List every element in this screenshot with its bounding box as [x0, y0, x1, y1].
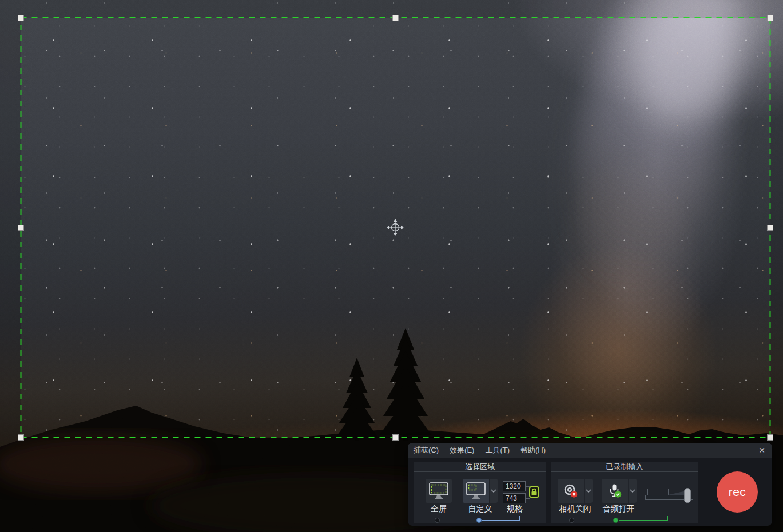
volume-slider-knob[interactable]: [684, 488, 691, 503]
chevron-down-icon: [491, 489, 496, 493]
fullscreen-label: 全屏: [426, 504, 452, 514]
menu-bar: 捕获(C) 效果(E) 工具(T) 帮助(H): [408, 445, 546, 455]
minimize-icon[interactable]: —: [740, 445, 752, 456]
camera-status-label: 相机关闭: [554, 504, 597, 514]
selection-handle-sw[interactable]: [18, 434, 24, 441]
audio-status-label: 音频打开: [597, 504, 640, 514]
selection-handle-s[interactable]: [392, 434, 399, 441]
record-button[interactable]: rec: [717, 471, 758, 513]
selection-handle-ne[interactable]: [767, 15, 773, 21]
recorded-inputs-panel: 已录制输入: [551, 462, 698, 523]
link-line-bottom: [526, 498, 530, 499]
chevron-down-icon: [586, 489, 591, 493]
audio-group: [602, 479, 637, 503]
custom-region-label: 自定义: [463, 504, 498, 514]
window-controls: — ✕: [740, 443, 768, 458]
menu-help[interactable]: 帮助(H): [520, 445, 546, 455]
screen: 捕获(C) 效果(E) 工具(T) 帮助(H) — ✕ 选择区域: [0, 0, 783, 532]
step-marker-audio-active[interactable]: [613, 518, 618, 523]
step-marker-custom-active[interactable]: [476, 518, 482, 523]
camera-group: [558, 479, 593, 503]
menu-effects[interactable]: 效果(E): [450, 445, 474, 455]
custom-region-monitor-icon: [466, 482, 486, 499]
selection-handle-nw[interactable]: [18, 15, 24, 21]
move-crosshair-icon[interactable]: [386, 218, 404, 237]
select-region-title: 选择区域: [414, 462, 546, 472]
step-marker-fullscreen[interactable]: [435, 518, 440, 523]
step-connector-green: [619, 520, 667, 521]
recorder-toolbar-window: 捕获(C) 效果(E) 工具(T) 帮助(H) — ✕ 选择区域: [408, 443, 772, 526]
selection-handle-e[interactable]: [767, 225, 773, 231]
menu-capture[interactable]: 捕获(C): [414, 445, 439, 455]
camera-button[interactable]: [558, 479, 584, 503]
selection-handle-se[interactable]: [767, 434, 773, 441]
spec-label: 规格: [500, 504, 530, 514]
lock-icon: [531, 488, 538, 496]
selection-handle-w[interactable]: [18, 225, 24, 231]
step-marker-camera[interactable]: [569, 518, 574, 523]
width-input[interactable]: [503, 481, 526, 491]
height-input[interactable]: [503, 493, 526, 503]
custom-region-button[interactable]: [463, 479, 489, 503]
custom-region-dropdown[interactable]: [490, 479, 498, 503]
chevron-down-icon: [630, 489, 635, 493]
custom-region-group: [463, 479, 498, 503]
select-region-panel: 选择区域: [414, 462, 546, 523]
audio-dropdown[interactable]: [629, 479, 637, 503]
selection-handle-n[interactable]: [392, 15, 399, 21]
menu-tools[interactable]: 工具(T): [485, 445, 510, 455]
recorded-inputs-title: 已录制输入: [551, 462, 698, 472]
webcam-icon: [563, 483, 578, 498]
audio-level-meter[interactable]: [645, 487, 693, 506]
titlebar[interactable]: 捕获(C) 效果(E) 工具(T) 帮助(H) — ✕: [408, 443, 772, 458]
close-icon[interactable]: ✕: [756, 445, 768, 456]
fullscreen-button[interactable]: [426, 479, 452, 503]
step-connector-blue: [482, 520, 520, 521]
aspect-lock-button[interactable]: [529, 486, 539, 498]
fullscreen-monitor-icon: [429, 482, 448, 499]
microphone-icon: [607, 483, 622, 498]
camera-dropdown[interactable]: [585, 479, 593, 503]
audio-button[interactable]: [602, 479, 628, 503]
step-tick-blue: [519, 516, 520, 521]
step-tick-green: [667, 516, 668, 521]
